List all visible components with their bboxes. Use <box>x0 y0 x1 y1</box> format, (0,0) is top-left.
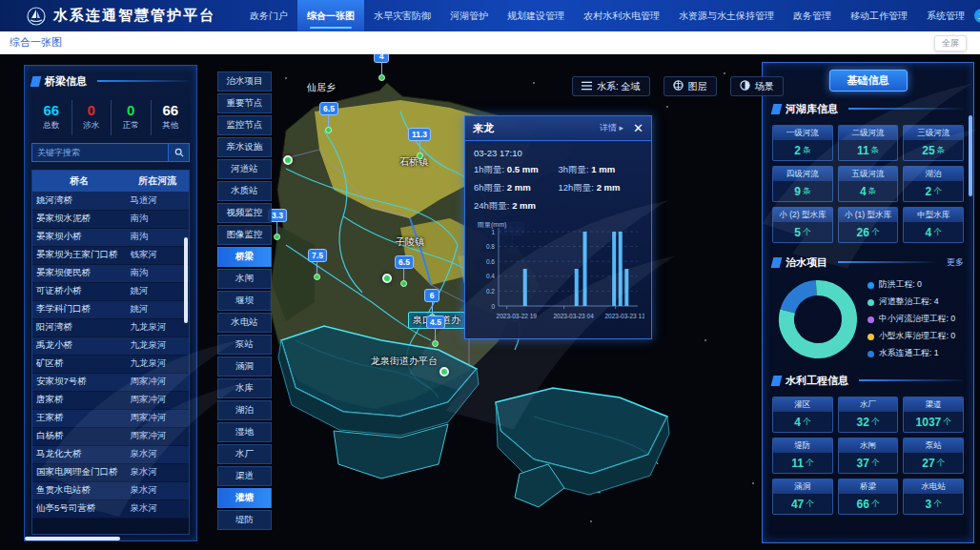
nav-item-6[interactable]: 水资源与水土保持管理 <box>669 0 784 31</box>
map-marker[interactable]: 6.5 <box>319 98 338 133</box>
search-input[interactable] <box>31 143 169 162</box>
table-row[interactable]: 晏家坝便民桥南沟 <box>32 264 189 282</box>
nav-item-9[interactable]: 系统管理 <box>917 0 974 31</box>
table-row[interactable]: 晏家坝小桥南沟 <box>32 228 189 246</box>
legend-item: 小型水库治理工程: 0 <box>868 331 964 342</box>
layer-item-12[interactable]: 泵站 <box>217 335 272 355</box>
table-row[interactable]: 晏家坝水泥桥南沟 <box>32 210 189 228</box>
layer-item-19[interactable]: 灌塘 <box>217 488 272 508</box>
table-row[interactable]: 马龙化大桥泉水河 <box>32 445 189 463</box>
table-row[interactable]: 国家电网理金门口桥泉水河 <box>32 463 189 481</box>
nav-item-0[interactable]: 政务门户 <box>240 0 297 31</box>
search-icon <box>174 148 184 157</box>
horizontal-scrollbar[interactable] <box>25 537 120 540</box>
layer-item-1[interactable]: 重要节点 <box>217 93 272 113</box>
stat-card: 水闸37个 <box>838 438 899 474</box>
town-label: 仙居乡 <box>307 81 336 94</box>
table-row[interactable]: 矿区桥九龙泉河 <box>32 355 189 373</box>
map-marker[interactable]: 6.5 <box>395 252 414 287</box>
layer-item-7[interactable]: 图像监控 <box>217 225 272 245</box>
popup-details-link[interactable]: 详情 ▸ <box>600 122 623 134</box>
table-header: 所在河流 <box>126 171 189 192</box>
nav-item-1[interactable]: 综合一张图 <box>297 0 364 31</box>
legend-dot-icon <box>868 299 874 306</box>
layer-item-10[interactable]: 堰坝 <box>217 291 272 311</box>
layer-item-8[interactable]: 桥梁 <box>217 247 272 267</box>
nav-item-3[interactable]: 河湖管护 <box>440 0 498 31</box>
nav-item-5[interactable]: 农村水利水电管理 <box>574 0 669 31</box>
map-marker[interactable]: 7.5 <box>308 245 327 280</box>
panel-scrollbar[interactable] <box>969 115 972 196</box>
nav-item-2[interactable]: 水旱灾害防御 <box>364 0 440 31</box>
table-row[interactable]: 晏家坝为王家门口桥钱家河 <box>32 246 189 264</box>
svg-text:2023-03-23 13: 2023-03-23 13 <box>604 313 644 319</box>
table-row[interactable]: 白杨桥周家冲河 <box>32 427 189 445</box>
svg-text:0: 0 <box>491 303 495 310</box>
layer-item-0[interactable]: 治水项目 <box>217 71 272 92</box>
legend-dot-icon <box>868 316 874 323</box>
table-row[interactable]: 鱼贯水电站桥泉水河 <box>32 481 189 499</box>
layer-item-20[interactable]: 堤防 <box>217 510 272 530</box>
stat-card: 小 (2) 型水库5个 <box>772 207 833 243</box>
stat-card: 渠道1037个 <box>903 397 964 433</box>
search-button[interactable] <box>169 143 190 162</box>
layer-item-9[interactable]: 水闸 <box>217 269 272 289</box>
layer-item-2[interactable]: 监控节点 <box>217 115 272 135</box>
layer-item-5[interactable]: 水质站 <box>217 181 272 201</box>
legend-dot-icon <box>868 351 874 357</box>
table-row[interactable]: 李学科门口桥姚河 <box>32 300 189 318</box>
table-row[interactable]: 可证桥小桥姚河 <box>32 282 189 300</box>
vertical-scrollbar[interactable] <box>184 237 188 323</box>
table-row[interactable]: 唐家桥周家冲河 <box>32 391 189 409</box>
layer-item-14[interactable]: 水库 <box>217 378 272 398</box>
layer-item-4[interactable]: 河道站 <box>217 159 272 179</box>
rain-metric: 24h雨量: 2 mm <box>474 200 559 213</box>
table-row[interactable]: 姚河湾桥马道河 <box>32 192 189 210</box>
svg-text:0.2: 0.2 <box>486 288 495 295</box>
nav-item-8[interactable]: 移动工作管理 <box>841 0 917 31</box>
table-row[interactable]: 安家坝7号桥周家冲河 <box>32 373 189 391</box>
table-row[interactable]: 仙亭5号司营桥泉水河 <box>32 499 189 518</box>
panel-notch-icon <box>771 104 783 114</box>
rain-metric: 1h雨量: 0.5 mm <box>474 164 559 176</box>
map-poi-icon[interactable] <box>283 155 293 165</box>
layer-item-13[interactable]: 涵洞 <box>217 356 272 377</box>
user-menu[interactable]: hhzb42080201 ▼ <box>974 9 980 23</box>
layer-item-15[interactable]: 湖泊 <box>217 400 272 420</box>
stat-card: 灌区4个 <box>772 397 833 433</box>
layer-item-18[interactable]: 渠道 <box>217 466 272 486</box>
fullscreen-button[interactable]: 全屏 <box>934 35 967 51</box>
table-row[interactable]: 禹龙小桥九龙泉河 <box>32 336 189 355</box>
map-marker[interactable]: 4.5 <box>426 312 445 347</box>
map-marker[interactable]: 11.3 <box>408 124 431 159</box>
river-cards: 一级河流2条二级河流11条三级河流25条四级河流9条五级河流4条湖泊2个小 (2… <box>772 125 964 243</box>
bridge-info-panel: 桥梁信息 66总数0涉水0正常66其他 桥名所在河流 姚河湾桥马道河晏家坝水泥桥… <box>24 65 197 541</box>
project-donut-chart <box>772 274 864 365</box>
layer-item-6[interactable]: 视频监控 <box>217 203 272 223</box>
table-row[interactable]: 王家桥周家冲河 <box>32 409 189 427</box>
basic-info-button[interactable]: 基础信息 <box>829 70 908 92</box>
rainfall-metrics: 1h雨量: 0.5 mm3h雨量: 1 mm6h雨量: 2 mm12h雨量: 2… <box>474 164 643 218</box>
rain-metric: 12h雨量: 2 mm <box>559 182 643 194</box>
map-poi-icon[interactable] <box>382 274 392 283</box>
layer-item-3[interactable]: 亲水设施 <box>217 137 272 157</box>
nav-item-4[interactable]: 规划建设管理 <box>498 0 574 31</box>
map-tool-scene[interactable]: 场景 <box>730 76 784 96</box>
layer-item-17[interactable]: 水厂 <box>217 444 272 464</box>
panel-notch-icon <box>771 376 783 386</box>
layer-item-11[interactable]: 水电站 <box>217 313 272 333</box>
table-row[interactable]: 阳河湾桥九龙泉河 <box>32 318 189 336</box>
map-poi-icon[interactable] <box>439 367 449 377</box>
rain-metric: 6h雨量: 2 mm <box>474 182 559 194</box>
map-tool-list[interactable]: 水系: 全域 <box>572 76 650 96</box>
stat-card: 湖泊2个 <box>903 166 964 202</box>
map-tool-layers[interactable]: 图层 <box>664 76 717 96</box>
stat-card: 水电站3个 <box>903 479 964 515</box>
stat-card: 涵洞47个 <box>772 479 833 515</box>
river-section-title: 河湖库信息 <box>786 102 838 116</box>
layer-item-16[interactable]: 湿地 <box>217 422 272 442</box>
close-icon[interactable]: ✕ <box>633 122 643 134</box>
nav-item-7[interactable]: 政务管理 <box>784 0 841 31</box>
app-logo-icon <box>27 7 46 26</box>
more-link[interactable]: 更多 <box>947 256 964 269</box>
